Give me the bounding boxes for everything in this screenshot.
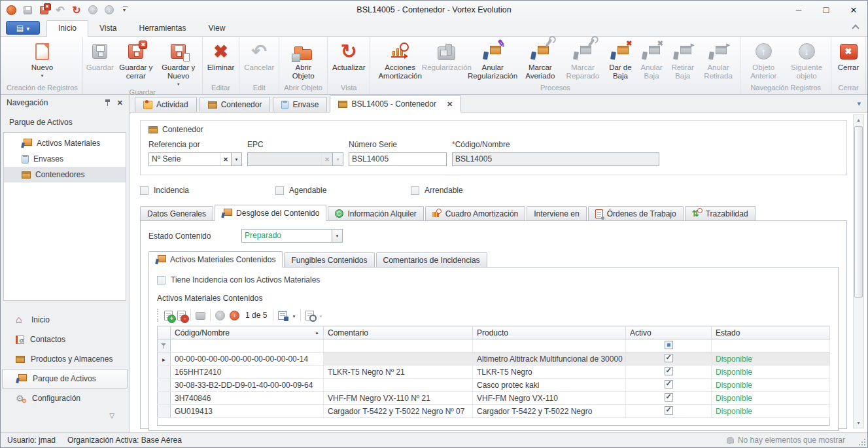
sidebar-item-configuracion[interactable]: Configuración [2,388,128,408]
checked-checkbox-icon[interactable] [665,380,673,388]
nuevo-button[interactable]: Nuevo [27,37,57,79]
codigo-nombre-input[interactable]: BSL14005 [452,152,659,166]
quick-save-close-icon[interactable] [38,4,50,16]
sidebar-item-productos-y-almacenes[interactable]: Productos y Almacenes [2,349,128,369]
column-header-estado[interactable]: Estado [712,326,830,339]
tab-interviene-en[interactable]: Interviene en [527,206,586,220]
table-row[interactable]: 00-00-00-00-00-00-00-00-00-00-00-14 Alti… [158,353,830,366]
cell-activo[interactable] [626,353,712,366]
cell-codigo[interactable]: 165HHT2410 [171,366,324,379]
table-row[interactable]: GU019413 Cargador T-5422 y T-5022 Negro … [158,405,830,418]
filter-cell[interactable] [324,339,473,353]
tab-informacion-alquiler[interactable]: Información Alquiler [328,206,423,220]
cell-activo[interactable] [626,366,712,379]
siguiente-objeto-button[interactable]: Siguiente objeto [784,37,829,80]
regularizacion-button[interactable]: Regularización [428,37,466,72]
cell-producto[interactable]: Cargador T-5422 y T-5022 Negro [473,405,626,418]
cell-comentario[interactable] [324,353,473,366]
tree-item-contenedores[interactable]: Contenedores [4,167,126,182]
doc-tab-bsl14005-contenedor[interactable]: BSL14005 - Contenedor [330,95,461,112]
collapse-ribbon-icon[interactable] [852,24,859,31]
cell-activo[interactable] [626,405,712,418]
close-tab-icon[interactable] [447,99,453,109]
filter-cell[interactable] [171,339,324,353]
cell-producto[interactable]: TLKR-T5 Negro [473,366,626,379]
resize-grip[interactable] [864,444,865,445]
cell-comentario[interactable] [324,379,473,392]
pin-icon[interactable] [105,99,111,107]
tab-list-icon[interactable] [857,99,861,108]
application-menu-button[interactable] [6,21,40,35]
tab-cuadro-amortizacion[interactable]: Cuadro Amortización [425,206,525,220]
tab-activos-materiales-contenidos[interactable]: Activos Materiales Contenidos [148,251,283,267]
doc-tab-contenedor[interactable]: Contenedor [200,97,271,112]
scrollbar-thumb[interactable] [854,126,863,298]
ribbon-tab-view[interactable]: View [198,21,237,36]
objeto-anterior-button[interactable]: Objeto Anterior [742,37,784,80]
export-icon[interactable] [278,311,287,320]
anular-baja-button[interactable]: Anular Baja [636,37,667,80]
remove-row-icon[interactable] [177,311,186,320]
indeterminate-checkbox-icon[interactable] [665,341,673,349]
quick-next-icon[interactable] [103,4,115,16]
acciones-amortizacion-button[interactable]: Acciones Amortización [372,37,427,80]
minimize-button[interactable] [785,1,812,19]
eliminar-button[interactable]: Eliminar [205,37,237,72]
agendable-checkbox[interactable]: Agendable [275,186,411,195]
dar-de-baja-button[interactable]: Dar de Baja [604,37,636,80]
column-header-codigo-nombre[interactable]: Código/Nombre▲ [171,326,324,339]
tab-desglose-del-contenido[interactable]: Desglose del Contenido [215,205,326,221]
quick-previous-icon[interactable] [87,4,99,16]
checked-checkbox-icon[interactable] [665,406,673,415]
more-options-icon[interactable] [319,311,322,320]
estado-contenido-combo[interactable]: Preparado [241,229,343,243]
quick-save-icon[interactable] [22,4,33,16]
cell-estado[interactable]: Disponible [712,353,830,366]
tab-trazabilidad[interactable]: Trazabilidad [685,206,755,220]
table-row[interactable]: 30-08-33-B2-DD-D9-01-40-00-00-09-64 Casc… [158,379,830,392]
move-down-icon[interactable] [230,311,239,320]
close-button[interactable] [840,1,867,19]
guardar-button[interactable]: Guardar [85,37,115,72]
cell-producto[interactable]: Casco protec kaki [473,379,626,392]
cerrar-button[interactable]: Cerrar [833,37,863,72]
column-header-activo[interactable]: Activo [626,326,712,339]
ribbon-tab-herramientas[interactable]: Herramientas [128,21,197,36]
numero-serie-input[interactable]: BSL14005 [349,152,447,166]
ribbon-tab-vista[interactable]: Vista [88,21,128,36]
column-header-comentario[interactable]: Comentario [324,326,473,339]
cell-codigo[interactable]: 30-08-33-B2-DD-D9-01-40-00-00-09-64 [171,379,324,392]
preview-icon[interactable] [305,311,314,320]
cell-producto[interactable]: VHF-FM Negro VX-110 [473,392,626,405]
referencia-por-combo[interactable]: Nº Serie [148,152,242,166]
arrendable-checkbox[interactable]: Arrendable [411,186,546,195]
scroll-down-icon[interactable] [854,418,863,428]
table-row[interactable]: 165HHT2410 TLKR-T5 Negro Nº 21 TLKR-T5 N… [158,366,830,379]
maximize-button[interactable] [812,1,840,19]
close-panel-icon[interactable] [117,98,123,107]
add-row-icon[interactable] [164,311,173,320]
ribbon-tab-inicio[interactable]: Inicio [46,20,88,37]
checked-checkbox-icon[interactable] [665,354,673,362]
clear-icon[interactable] [220,153,231,165]
cell-codigo[interactable]: GU019413 [171,405,324,418]
chevron-down-icon[interactable] [292,311,296,320]
cell-comentario[interactable]: Cargador T-5422 y T-5022 Negro Nº 07 [324,405,473,418]
tab-comentarios-de-incidencias[interactable]: Comentarios de Incidencias [376,252,487,267]
retirar-baja-button[interactable]: Retirar Baja [667,37,699,80]
filter-cell[interactable] [712,339,830,353]
tree-item-activos-materiales[interactable]: Activos Materiales [4,135,126,151]
tab-datos-generales[interactable]: Datos Generales [140,206,213,220]
guardar-y-cerrar-button[interactable]: Guardar y cerrar [115,37,157,80]
chevron-down-icon[interactable] [231,153,241,165]
app-logo-icon[interactable] [5,4,17,16]
collapse-navpane-icon[interactable] [109,411,114,420]
cell-estado[interactable]: Disponible [712,405,830,418]
incidencia-checkbox[interactable]: Incidencia [140,186,275,195]
cell-activo[interactable] [626,392,712,405]
cell-codigo[interactable]: 3H740846 [171,392,324,405]
quick-undo-icon[interactable] [54,4,66,16]
chevron-down-icon[interactable] [332,230,342,242]
tab-ordenes-de-trabajo[interactable]: Órdenes de Trabajo [588,206,684,220]
bell-icon[interactable] [726,437,733,444]
